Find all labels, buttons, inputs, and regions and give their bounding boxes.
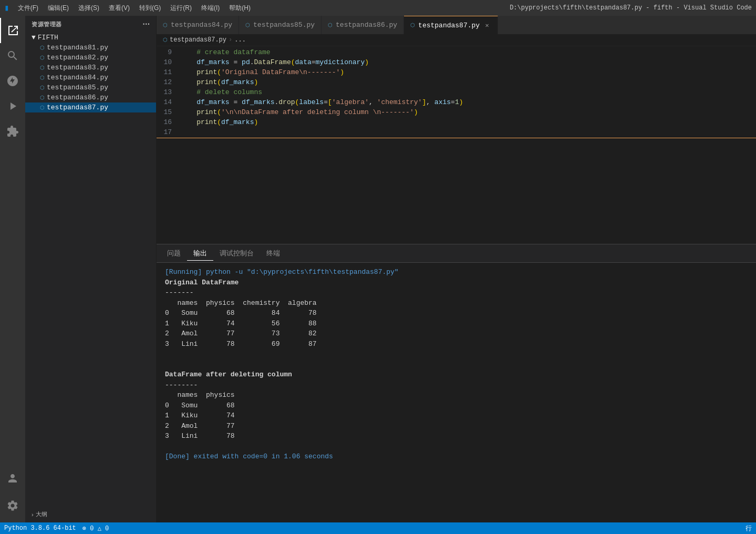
python-file-icon: ⬡ bbox=[40, 55, 45, 61]
new-file-icon[interactable]: ⋯ bbox=[142, 20, 150, 28]
status-right[interactable]: 行 bbox=[745, 524, 752, 533]
status-python[interactable]: Python 3.8.6 64-bit bbox=[4, 525, 76, 532]
sidebar-file-86[interactable]: ⬡ testpandas86.py bbox=[25, 93, 156, 102]
code-line-17: 17 bbox=[157, 128, 756, 138]
terminal-after-header: DataFrame after deleting column bbox=[165, 369, 748, 380]
sidebar-outline-section: › 大纲 bbox=[25, 506, 156, 522]
activity-bottom bbox=[0, 466, 25, 518]
python-file-icon: ⬡ bbox=[40, 75, 45, 81]
sidebar-file-81-label: testpandas81.py bbox=[47, 44, 108, 52]
tab-file-icon: ⬡ bbox=[245, 22, 250, 28]
terminal-col-headers: names physics chemistry algebra bbox=[165, 298, 748, 309]
sidebar-file-85[interactable]: ⬡ testpandas85.py bbox=[25, 83, 156, 93]
line-content-10[interactable]: df_marks = pd.DataFrame(data=mydictionar… bbox=[180, 58, 756, 66]
menu-terminal[interactable]: 终端(I) bbox=[197, 3, 224, 14]
panel-tab-problems[interactable]: 问题 bbox=[161, 247, 187, 261]
line-content-16[interactable]: print(df_marks) bbox=[180, 118, 756, 126]
sidebar-file-87[interactable]: ⬡ testpandas87.py bbox=[25, 102, 156, 112]
breadcrumb-sep: › bbox=[229, 36, 232, 44]
activity-bar bbox=[0, 16, 25, 522]
tab-testpandas85[interactable]: ⬡ testpandas85.py bbox=[239, 16, 322, 34]
sidebar-file-81[interactable]: ⬡ testpandas81.py bbox=[25, 43, 156, 53]
sidebar-folder-fifth[interactable]: ▼ FIFTH bbox=[25, 33, 156, 43]
main-layout: 资源管理器 ⋯ ▼ FIFTH ⬡ testpandas81.py ⬡ test… bbox=[0, 16, 756, 522]
terminal-row2-lini: 3 Lini 78 bbox=[165, 431, 748, 441]
sidebar-file-83-label: testpandas83.py bbox=[47, 64, 108, 71]
line-content-17[interactable] bbox=[180, 128, 756, 136]
python-file-icon: ⬡ bbox=[40, 45, 45, 51]
line-content-11[interactable]: print('Original DataFrame\n-------') bbox=[180, 68, 756, 76]
chevron-right-icon: › bbox=[32, 511, 34, 518]
activity-git[interactable] bbox=[0, 68, 25, 94]
line-num-17: 17 bbox=[157, 128, 180, 136]
activity-debug[interactable] bbox=[0, 94, 25, 119]
sidebar-file-82[interactable]: ⬡ testpandas82.py bbox=[25, 53, 156, 63]
activity-search[interactable] bbox=[0, 43, 25, 68]
python-file-icon: ⬡ bbox=[40, 95, 45, 101]
sidebar-header-actions: ⋯ bbox=[142, 20, 150, 28]
terminal-row2-kiku: 1 Kiku 74 bbox=[165, 410, 748, 421]
code-line-10: 10 df_marks = pd.DataFrame(data=mydictio… bbox=[157, 58, 756, 68]
panel-tab-output[interactable]: 输出 bbox=[187, 247, 213, 261]
code-editor: 9 # create dataframe 10 df_marks = pd.Da… bbox=[157, 46, 756, 522]
breadcrumb-file: testpandas87.py bbox=[170, 36, 226, 44]
tab-testpandas87[interactable]: ⬡ testpandas87.py ✕ bbox=[404, 16, 498, 34]
python-file-icon: ⬡ bbox=[40, 85, 45, 91]
terminal-running-line: [Running] python -u "d:\pyprojects\fifth… bbox=[165, 267, 748, 278]
folder-label: FIFTH bbox=[38, 34, 58, 42]
tab-85-label: testpandas85.py bbox=[253, 21, 315, 29]
status-python-label: Python 3.8.6 64-bit bbox=[4, 525, 76, 532]
menu-goto[interactable]: 转到(G) bbox=[135, 3, 165, 14]
sidebar-file-82-label: testpandas82.py bbox=[47, 54, 108, 61]
menu-run[interactable]: 运行(R) bbox=[166, 3, 196, 14]
breadcrumb-more: ... bbox=[234, 36, 246, 44]
tab-86-label: testpandas86.py bbox=[336, 21, 397, 29]
tab-testpandas86[interactable]: ⬡ testpandas86.py bbox=[322, 16, 404, 34]
status-errors[interactable]: ⊗ 0 △ 0 bbox=[82, 525, 109, 532]
outline-toggle[interactable]: › 大纲 bbox=[25, 506, 156, 522]
code-line-14: 14 df_marks = df_marks.drop(labels=['alg… bbox=[157, 98, 756, 108]
menu-edit[interactable]: 编辑(E) bbox=[44, 3, 73, 14]
terminal-row2-somu: 0 Somu 68 bbox=[165, 400, 748, 411]
panel-tab-debug[interactable]: 调试控制台 bbox=[213, 247, 260, 261]
sidebar-file-86-label: testpandas86.py bbox=[47, 94, 108, 101]
menu-file[interactable]: 文件(F) bbox=[14, 3, 43, 14]
menu-select[interactable]: 选择(S) bbox=[74, 3, 103, 14]
sidebar-file-83[interactable]: ⬡ testpandas83.py bbox=[25, 63, 156, 73]
terminal-separator1: ------- bbox=[165, 287, 748, 298]
terminal-blank1 bbox=[165, 349, 748, 360]
terminal-blank3 bbox=[165, 441, 748, 452]
status-bar: Python 3.8.6 64-bit ⊗ 0 △ 0 行 bbox=[0, 522, 756, 534]
sidebar-file-84[interactable]: ⬡ testpandas84.py bbox=[25, 73, 156, 83]
titlebar: ▮ 文件(F) 编辑(E) 选择(S) 查看(V) 转到(G) 运行(R) 终端… bbox=[0, 0, 756, 16]
tab-testpandas84[interactable]: ⬡ testpandas84.py bbox=[157, 16, 239, 34]
activity-extensions[interactable] bbox=[0, 119, 25, 144]
activity-account[interactable] bbox=[0, 466, 25, 491]
code-line-15: 15 print('\n\nDataFrame after deleting c… bbox=[157, 108, 756, 118]
chevron-down-icon: ▼ bbox=[32, 34, 36, 42]
sidebar-file-tree: ▼ FIFTH ⬡ testpandas81.py ⬡ testpandas82… bbox=[25, 33, 156, 112]
sidebar-header: 资源管理器 ⋯ bbox=[25, 16, 156, 33]
line-content-12[interactable]: print(df_marks) bbox=[180, 78, 756, 86]
tab-close-icon[interactable]: ✕ bbox=[483, 21, 491, 29]
python-file-icon: ⬡ bbox=[40, 105, 45, 111]
code-line-9: 9 # create dataframe bbox=[157, 48, 756, 58]
line-content-14[interactable]: df_marks = df_marks.drop(labels=['algebr… bbox=[180, 98, 756, 106]
terminal-row-somu: 0 Somu 68 84 78 bbox=[165, 308, 748, 319]
line-num-15: 15 bbox=[157, 108, 180, 116]
tab-file-icon: ⬡ bbox=[328, 22, 333, 28]
terminal-separator2: -------- bbox=[165, 380, 748, 391]
terminal-col-headers2: names physics bbox=[165, 390, 748, 400]
line-content-13[interactable]: # delete columns bbox=[180, 88, 756, 96]
line-content-9[interactable]: # create dataframe bbox=[180, 48, 756, 56]
panel-tab-terminal[interactable]: 终端 bbox=[260, 247, 286, 261]
terminal-blank2 bbox=[165, 360, 748, 370]
breadcrumb-file-icon: ⬡ bbox=[163, 37, 168, 43]
line-num-10: 10 bbox=[157, 58, 180, 66]
activity-explorer[interactable] bbox=[0, 18, 25, 43]
menu-help[interactable]: 帮助(H) bbox=[225, 3, 255, 14]
line-content-15[interactable]: print('\n\nDataFrame after deleting colu… bbox=[180, 108, 756, 116]
activity-settings[interactable] bbox=[0, 493, 25, 518]
sidebar-title: 资源管理器 bbox=[32, 20, 62, 28]
menu-view[interactable]: 查看(V) bbox=[105, 3, 134, 14]
